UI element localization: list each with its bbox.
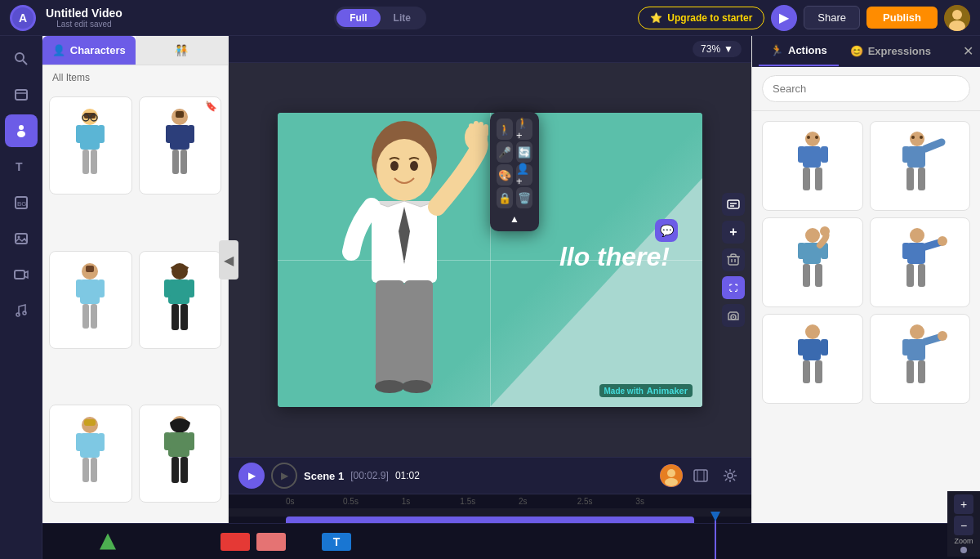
ctx-walk-add-btn[interactable]: 🚶+ [516, 119, 532, 140]
time-start: [00:02.9] [350, 470, 389, 481]
svg-rect-22 [76, 125, 82, 143]
time-end: 01:02 [395, 470, 420, 481]
zoom-out-btn[interactable]: − [954, 516, 973, 535]
camera-btn[interactable] [722, 304, 745, 327]
search-icon [14, 51, 29, 66]
ctx-walk-btn[interactable]: 🚶 [497, 119, 513, 140]
svg-point-109 [805, 228, 820, 243]
app-logo[interactable]: A [10, 5, 36, 31]
svg-rect-21 [80, 125, 100, 150]
sidebar-item-scenes[interactable] [5, 78, 38, 111]
svg-rect-74 [404, 280, 433, 387]
svg-rect-33 [172, 150, 179, 174]
characters-tab[interactable]: 👤 Characters [42, 36, 136, 65]
full-view-btn[interactable]: Full [336, 9, 380, 27]
timeline-scene-btn[interactable] [689, 464, 712, 487]
hello-text: llo there! [559, 242, 670, 272]
expressions-tab[interactable]: 😊 Expressions [839, 37, 942, 65]
svg-rect-96 [821, 146, 828, 163]
play-outline-button[interactable]: ▶ [271, 463, 297, 489]
svg-point-129 [910, 324, 924, 339]
svg-rect-125 [798, 339, 805, 356]
tl-bottom-blue-T[interactable]: T [322, 533, 351, 551]
characters-tab-label: Characters [70, 44, 126, 56]
sidebar-item-text[interactable]: T [5, 150, 38, 183]
right-panel-close[interactable]: ✕ [963, 43, 973, 59]
video-title: Untitled Video [46, 7, 122, 20]
timeline-controls: ▶ ▶ Scene 1 [00:02.9] 01:02 [229, 458, 751, 494]
sidebar-item-music[interactable] [5, 294, 38, 327]
collapse-panel-button[interactable]: ◀ [219, 240, 238, 280]
active-element-btn[interactable]: ⛶ [722, 276, 745, 299]
ctx-orbit-btn[interactable]: 🔄 [516, 141, 532, 163]
svg-rect-121 [906, 264, 914, 287]
sidebar-item-characters[interactable] [5, 114, 38, 147]
action-item-2[interactable] [870, 121, 971, 211]
svg-point-101 [910, 132, 924, 146]
action-item-1[interactable] [762, 121, 863, 211]
svg-rect-54 [91, 458, 97, 482]
ctx-lock-btn[interactable]: 🔒 [497, 187, 513, 208]
action-item-6[interactable] [870, 314, 971, 404]
svg-text:A: A [19, 11, 27, 25]
text-icon: T [14, 159, 29, 174]
tl-bottom-red1[interactable] [220, 533, 250, 551]
ctx-mic-btn[interactable]: 🎤 [497, 141, 513, 163]
logo-icon: A [11, 7, 34, 29]
tl-bottom-green-triangle[interactable] [100, 534, 116, 550]
ctx-palette-btn[interactable]: 🎨 [497, 164, 513, 186]
preview-play-button[interactable]: ▶ [771, 5, 797, 31]
svg-rect-69 [469, 123, 474, 138]
avatar-image [944, 5, 970, 31]
play-button[interactable]: ▶ [238, 463, 265, 489]
chevron-down-icon: ▼ [724, 43, 733, 55]
svg-rect-47 [172, 304, 179, 330]
filmstrip-icon [693, 467, 709, 484]
characters-tab-alt[interactable]: 🧑‍🤝‍🧑 [136, 36, 229, 65]
sidebar-item-search[interactable] [5, 42, 38, 75]
music-icon [14, 303, 29, 318]
add-element-btn[interactable]: + [722, 221, 745, 244]
ctx-collapse-arrow[interactable]: ▲ [497, 213, 532, 225]
canvas-side-buttons: + ⛶ [722, 193, 745, 327]
action-item-3[interactable] [762, 217, 863, 307]
sidebar-item-video[interactable] [5, 258, 38, 291]
lite-view-btn[interactable]: Lite [381, 9, 424, 27]
zoom-control[interactable]: 73% ▼ [693, 41, 742, 57]
character-item-3[interactable] [49, 251, 132, 349]
delete-element-btn[interactable] [722, 248, 745, 271]
all-items-label: All Items [42, 65, 228, 90]
add-caption-btn[interactable] [722, 193, 745, 216]
svg-rect-32 [188, 125, 194, 143]
avatar-timeline[interactable] [660, 464, 683, 487]
character-item-2[interactable]: 🔖 [139, 96, 222, 195]
publish-button[interactable]: Publish [866, 7, 938, 29]
sidebar-item-background[interactable]: BG [5, 186, 38, 219]
sidebar-item-images[interactable] [5, 222, 38, 255]
svg-text:BG: BG [17, 200, 27, 208]
action-item-5[interactable] [762, 314, 863, 404]
actions-tab[interactable]: 🏃 Actions [759, 36, 839, 66]
svg-point-18 [16, 313, 20, 316]
share-button[interactable]: Share [804, 6, 860, 29]
characters-icon [14, 123, 29, 138]
timeline-settings-btn[interactable] [719, 464, 742, 487]
tl-bottom-red2[interactable] [256, 533, 286, 551]
character-svg-6 [158, 413, 203, 494]
search-input[interactable] [762, 75, 970, 102]
animaker-brand: Animaker [647, 386, 688, 396]
character-item-1[interactable] [49, 96, 132, 195]
character-item-4[interactable] [139, 251, 222, 349]
title-block: Untitled Video Last edit saved [46, 7, 122, 29]
svg-point-64 [390, 161, 399, 171]
upgrade-button[interactable]: ⭐ Upgrade to starter [638, 7, 764, 29]
svg-marker-17 [24, 271, 28, 278]
ctx-trash-btn[interactable]: 🗑️ [516, 187, 532, 208]
action-item-4[interactable] [870, 217, 971, 307]
character-item-5[interactable] [49, 405, 132, 503]
ctx-person-add-btn[interactable]: 👤+ [516, 164, 532, 186]
user-avatar[interactable] [944, 5, 970, 31]
character-item-6[interactable] [139, 405, 222, 503]
zoom-in-btn[interactable]: + [954, 494, 973, 514]
svg-rect-114 [815, 264, 822, 287]
